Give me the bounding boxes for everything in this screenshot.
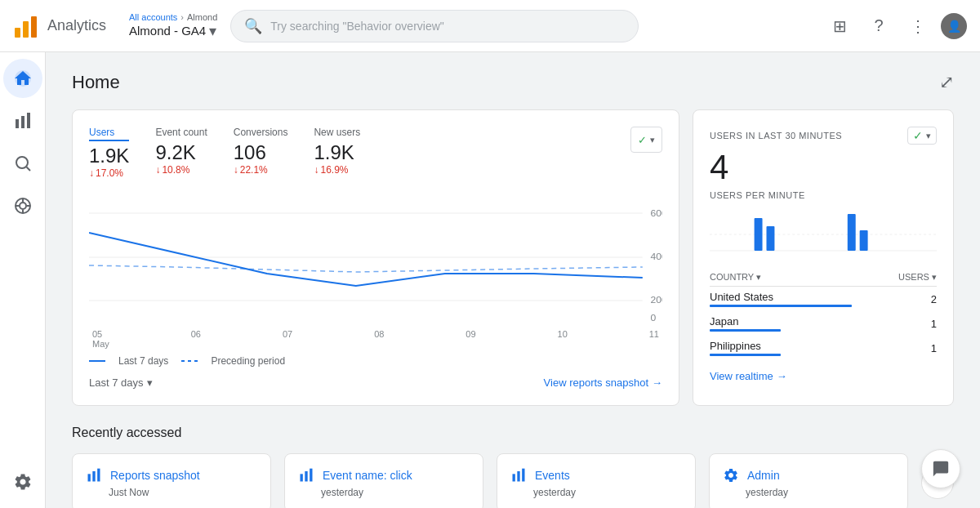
sidebar-item-advertising[interactable] [3, 186, 42, 225]
recent-icon-0 [86, 467, 102, 483]
stats-chart-svg: 600 400 200 0 [89, 192, 662, 323]
realtime-card: USERS IN LAST 30 MINUTES ✓ ▾ 4 USERS PER… [693, 109, 954, 406]
stat-conversions-change: ↓ 22.1% [234, 164, 288, 176]
recent-time-2: yesterday [533, 487, 682, 498]
explore-icon [13, 154, 33, 173]
cards-row: Users 1.9K ↓ 17.0% Event count 9.2K ↓ 10… [72, 109, 954, 406]
svg-text:0: 0 [650, 314, 656, 323]
realtime-footer: View realtime → [710, 370, 937, 382]
stat-event-count: Event count 9.2K ↓ 10.8% [155, 127, 207, 179]
down-arrow-icon-2: ↓ [155, 164, 160, 176]
svg-rect-27 [860, 230, 868, 251]
analytics-logo-icon [13, 13, 39, 39]
main-content: Home ⤢ Users 1.9K ↓ 17.0% [46, 52, 980, 508]
all-accounts-link[interactable]: All accounts [129, 12, 177, 22]
rt-users-ph: 1 [852, 336, 937, 360]
rt-users-jp: 1 [852, 311, 937, 336]
rt-arrow-right-icon: → [777, 370, 787, 382]
date-range-chevron-icon: ▾ [147, 377, 153, 389]
stat-users-label[interactable]: Users [89, 127, 129, 141]
insights-icon[interactable]: ⤢ [939, 72, 954, 93]
view-reports-link[interactable]: View reports snapshot → [544, 377, 662, 389]
stat-conversions: Conversions 106 ↓ 22.1% [234, 127, 288, 179]
svg-line-8 [26, 167, 30, 172]
search-bar[interactable]: 🔍 Try searching "Behavior overview" [230, 10, 639, 42]
stat-new-users-change: ↓ 16.9% [314, 164, 360, 176]
rt-check-icon: ✓ [913, 129, 923, 142]
view-reports-label: View reports snapshot [544, 377, 648, 389]
date-range-button[interactable]: Last 7 days ▾ [89, 377, 153, 389]
recent-card-event-name-click[interactable]: Event name: click yesterday [284, 453, 483, 508]
page-title-row: Home ⤢ [72, 72, 954, 93]
stat-users-value: 1.9K [89, 145, 129, 167]
recent-card-events[interactable]: Events yesterday [497, 453, 696, 508]
x-label-5: 10 [558, 329, 568, 349]
svg-rect-1 [23, 21, 29, 38]
rt-col-country[interactable]: COUNTRY ▾ [710, 269, 852, 287]
x-label-6: 11 [649, 329, 659, 349]
svg-rect-35 [517, 471, 519, 482]
help-button[interactable]: ? [862, 10, 895, 42]
realtime-chart-svg [710, 210, 937, 259]
chart-area: 600 400 200 0 [89, 192, 662, 323]
realtime-country-table: COUNTRY ▾ USERS ▾ United States [710, 269, 937, 360]
recent-name-3: Admin [747, 469, 780, 482]
stat-event-count-value: 9.2K [155, 141, 207, 164]
recent-name-0: Reports snapshot [110, 469, 200, 482]
arrow-right-icon: → [652, 377, 662, 389]
legend-dashed-line [181, 360, 198, 362]
svg-rect-34 [513, 474, 515, 481]
more-options-button[interactable]: ⋮ [902, 10, 934, 42]
account-selector-label: Almond - GA4 [129, 24, 206, 38]
layout: Home ⤢ Users 1.9K ↓ 17.0% [0, 52, 980, 508]
rt-country-jp: Japan [710, 311, 852, 336]
stats-card-footer: Last 7 days ▾ View reports snapshot → [89, 377, 662, 389]
rt-row-ph: Philippines 1 [710, 336, 937, 360]
stat-event-count-change: ↓ 10.8% [155, 164, 207, 176]
legend-solid-label: Last 7 days [118, 355, 168, 367]
header-actions: ⊞ ? ⋮ 👤 [823, 10, 967, 42]
recent-card-header-2: Events [510, 467, 682, 483]
svg-rect-26 [848, 214, 856, 251]
stat-new-users-label[interactable]: New users [314, 127, 360, 138]
recently-accessed-section: Recently accessed Reports snapshot Just … [72, 426, 954, 508]
rt-col-users[interactable]: USERS ▾ [852, 269, 937, 287]
rt-users-us: 2 [852, 287, 937, 312]
realtime-compare-button[interactable]: ✓ ▾ [907, 127, 937, 145]
recent-icon-3 [723, 467, 739, 483]
sidebar-item-home[interactable] [3, 59, 42, 98]
svg-rect-2 [31, 16, 37, 38]
svg-rect-36 [522, 469, 524, 482]
app-title: Analytics [47, 17, 106, 34]
recent-card-admin[interactable]: Admin yesterday [709, 453, 908, 508]
apps-button[interactable]: ⊞ [823, 10, 856, 42]
sidebar-item-settings[interactable] [3, 462, 42, 501]
recent-card-header-1: Event name: click [298, 467, 470, 483]
stats-card: Users 1.9K ↓ 17.0% Event count 9.2K ↓ 10… [72, 109, 679, 406]
compare-button[interactable]: ✓ ▾ [630, 127, 662, 153]
realtime-title-row: USERS IN LAST 30 MINUTES ✓ ▾ [710, 127, 937, 145]
svg-rect-30 [97, 469, 100, 482]
avatar[interactable]: 👤 [941, 13, 967, 39]
sidebar-item-explore[interactable] [3, 144, 42, 183]
view-realtime-link[interactable]: View realtime → [710, 370, 937, 382]
realtime-title: USERS IN LAST 30 MINUTES [710, 131, 842, 140]
recent-card-reports-snapshot[interactable]: Reports snapshot Just Now [72, 453, 271, 508]
realtime-chart [710, 210, 937, 259]
account-selector[interactable]: Almond - GA4 ▾ [129, 22, 217, 40]
chat-fab-button[interactable] [921, 449, 960, 488]
view-realtime-label: View realtime [710, 370, 773, 382]
home-icon [13, 69, 33, 88]
logo-area: Analytics [13, 13, 119, 39]
realtime-per-minute-label: USERS PER MINUTE [710, 190, 937, 200]
rt-row-us: United States 2 [710, 287, 937, 312]
stat-event-count-label[interactable]: Event count [155, 127, 207, 138]
stat-conversions-label[interactable]: Conversions [234, 127, 288, 138]
x-label-0: 05May [92, 329, 109, 349]
svg-rect-25 [767, 226, 775, 251]
recent-time-0: Just Now [109, 487, 257, 498]
sidebar-item-reports[interactable] [3, 101, 42, 140]
settings-icon [13, 472, 33, 492]
down-arrow-icon: ↓ [89, 167, 94, 179]
stat-users: Users 1.9K ↓ 17.0% [89, 127, 129, 179]
